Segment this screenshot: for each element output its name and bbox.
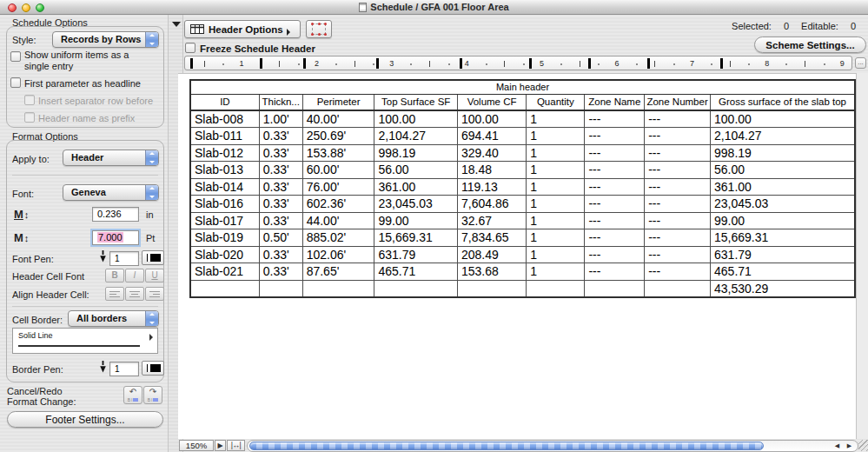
column-header[interactable]: Perimeter	[302, 94, 374, 110]
table-cell[interactable]: 100.00	[457, 110, 526, 128]
table-cell[interactable]: ---	[645, 246, 711, 263]
table-cell[interactable]: 998.19	[711, 144, 855, 162]
table-cell[interactable]: ---	[645, 212, 711, 229]
table-cell[interactable]: 1	[527, 110, 585, 128]
table-cell[interactable]: 1	[527, 178, 585, 196]
font-height-field[interactable]: 0.236	[92, 207, 139, 222]
table-cell[interactable]: ---	[645, 110, 711, 128]
font-pen-color-swatch[interactable]	[142, 250, 164, 265]
column-tab-stop[interactable]	[588, 58, 591, 69]
table-cell[interactable]: ---	[585, 246, 645, 263]
table-cell[interactable]: 32.67	[457, 212, 526, 229]
table-cell[interactable]: ---	[645, 144, 711, 162]
column-tab-stop[interactable]	[529, 58, 532, 69]
table-cell[interactable]: Slab-016	[190, 196, 259, 213]
table-cell[interactable]: 15,669.31	[374, 229, 457, 247]
table-cell[interactable]: 1	[527, 144, 585, 162]
marquee-tool-button[interactable]	[306, 20, 332, 38]
table-cell[interactable]: 1	[527, 162, 585, 179]
table-cell[interactable]: 1	[527, 212, 585, 229]
table-cell[interactable]: 694.41	[457, 128, 526, 145]
scheme-settings-button[interactable]: Scheme Settings...	[754, 37, 866, 53]
table-cell[interactable]: ---	[645, 162, 711, 179]
column-header[interactable]: Top Surface SF	[374, 94, 457, 110]
table-cell[interactable]: 0.33'	[259, 162, 302, 179]
table-cell[interactable]: 885.02'	[302, 229, 374, 247]
table-cell[interactable]: 361.00	[374, 178, 457, 196]
table-cell[interactable]: Slab-011	[190, 128, 259, 145]
column-tab-stop[interactable]	[647, 58, 650, 69]
table-cell[interactable]: ---	[645, 128, 711, 145]
checkbox-first-parameter-headline[interactable]	[10, 77, 21, 88]
table-cell[interactable]: ---	[645, 229, 711, 247]
table-cell[interactable]: 0.33'	[259, 212, 302, 229]
summary-cell[interactable]	[302, 280, 374, 297]
table-cell[interactable]: Slab-014	[190, 178, 259, 196]
zoom-level-button[interactable]: 150%	[179, 440, 214, 451]
table-cell[interactable]: 631.79	[374, 246, 457, 263]
table-cell[interactable]: 329.40	[457, 144, 526, 162]
redo-format-change-button[interactable]: ↷ BI	[143, 386, 162, 404]
summary-cell[interactable]	[527, 280, 585, 297]
summary-cell[interactable]	[190, 280, 259, 297]
align-right-button[interactable]	[145, 287, 164, 301]
table-cell[interactable]: Slab-013	[190, 162, 259, 179]
footer-settings-button[interactable]: Footer Settings...	[7, 411, 163, 428]
column-header[interactable]: Zone Name	[585, 94, 645, 110]
table-cell[interactable]: ---	[585, 162, 645, 179]
column-header[interactable]: Quantity	[527, 94, 585, 110]
italic-button[interactable]: I	[125, 269, 144, 282]
column-header[interactable]: Volume CF	[457, 94, 526, 110]
cancel-format-change-button[interactable]: ↶ BI	[123, 386, 142, 404]
apply-to-popup[interactable]: Header	[63, 150, 159, 166]
table-cell[interactable]: 0.50'	[259, 229, 302, 247]
table-cell[interactable]: ---	[585, 263, 645, 281]
table-cell[interactable]: 1	[527, 128, 585, 145]
column-header[interactable]: Gross surface of the slab top	[711, 94, 855, 110]
table-cell[interactable]: 56.00	[711, 162, 855, 179]
table-cell[interactable]: 1	[527, 229, 585, 247]
table-cell[interactable]: 1	[527, 196, 585, 213]
table-cell[interactable]: ---	[585, 110, 645, 128]
table-cell[interactable]: Slab-021	[190, 263, 259, 281]
table-cell[interactable]: 0.33'	[259, 263, 302, 281]
cell-border-popup[interactable]: All borders	[68, 310, 159, 327]
summary-cell[interactable]	[374, 280, 457, 297]
summary-cell[interactable]	[457, 280, 526, 297]
table-cell[interactable]: ---	[585, 144, 645, 162]
table-cell[interactable]: ---	[585, 128, 645, 145]
table-cell[interactable]: 0.33'	[259, 144, 302, 162]
table-cell[interactable]: 0.33'	[259, 246, 302, 263]
font-size-field[interactable]: 7.000	[92, 230, 139, 245]
table-cell[interactable]: 18.48	[457, 162, 526, 179]
table-cell[interactable]: 60.00'	[302, 162, 374, 179]
table-cell[interactable]: Slab-017	[190, 212, 259, 229]
underline-button[interactable]: U	[145, 269, 164, 282]
table-cell[interactable]: 15,669.31	[711, 229, 855, 247]
border-pen-color-swatch[interactable]	[142, 361, 164, 376]
column-tab-stop[interactable]	[376, 58, 379, 69]
column-tab-stop[interactable]	[460, 58, 462, 69]
horizontal-scrollbar-thumb[interactable]	[249, 442, 764, 450]
table-cell[interactable]: 2,104.27	[374, 128, 457, 145]
table-cell[interactable]: 99.00	[374, 212, 457, 229]
table-cell[interactable]: 250.69'	[302, 128, 374, 145]
summary-cell[interactable]: 43,530.29	[711, 280, 855, 297]
line-type-picker[interactable]: Solid Line	[12, 328, 158, 354]
table-cell[interactable]: 102.06'	[302, 246, 374, 263]
table-cell[interactable]: 998.19	[374, 144, 457, 162]
table-cell[interactable]: 0.33'	[259, 128, 302, 145]
table-cell[interactable]: 153.68	[457, 263, 526, 281]
checkbox-show-uniform-items[interactable]	[10, 51, 21, 62]
horizontal-scrollbar-track[interactable]: ◀ ▶	[247, 440, 858, 452]
table-cell[interactable]: ---	[585, 212, 645, 229]
table-cell[interactable]: 1	[527, 263, 585, 281]
resize-grip[interactable]	[858, 440, 868, 451]
table-cell[interactable]: ---	[645, 196, 711, 213]
column-header[interactable]: ID	[190, 94, 259, 110]
table-cell[interactable]: Slab-012	[190, 144, 259, 162]
font-pen-field[interactable]: 1	[109, 251, 139, 266]
scroll-left-button[interactable]: ◀	[832, 442, 843, 450]
column-header[interactable]: Thickn...	[259, 94, 302, 110]
table-cell[interactable]: 1	[527, 246, 585, 263]
